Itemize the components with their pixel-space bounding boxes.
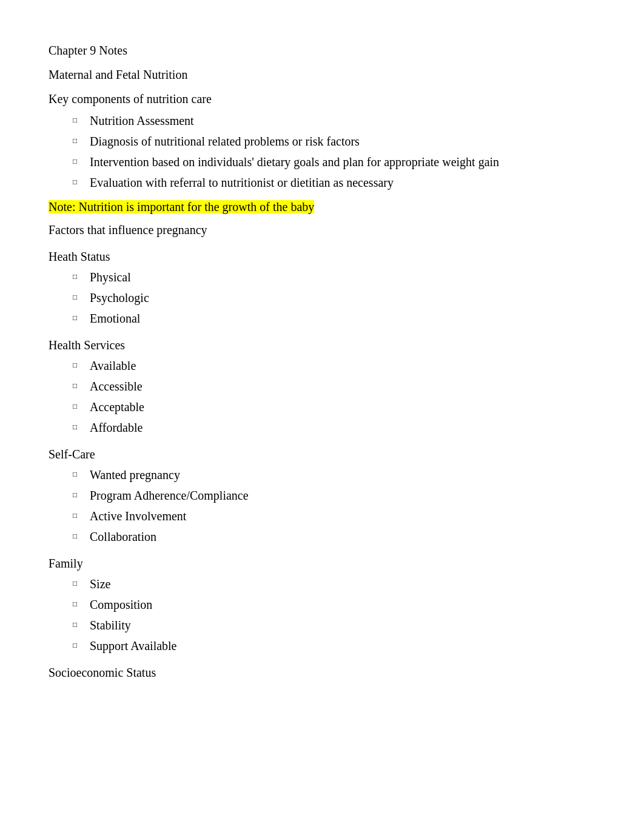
active-involvement-text: Active Involvement <box>90 507 186 525</box>
list-item-text: Available <box>90 357 136 375</box>
list-item: □ Collaboration <box>73 528 595 546</box>
list-item-text: Stability <box>90 616 131 634</box>
list-item: □ Stability <box>73 616 595 634</box>
list-item-text: Composition <box>90 595 152 614</box>
subsection3-heading: Self-Care <box>49 445 595 463</box>
list-item: □ Available <box>73 357 595 375</box>
list-item-text: Evaluation with referral to nutritionist… <box>90 173 394 192</box>
list-item: □ Wanted pregnancy <box>73 466 595 484</box>
list-item-text: Collaboration <box>90 528 156 546</box>
list-item: □ Evaluation with referral to nutritioni… <box>73 173 595 192</box>
list-item: □ Psychologic <box>73 289 595 307</box>
subsection1-list: □ Physical □ Psychologic □ Emotional <box>73 268 595 327</box>
list-item-text: Diagnosis of nutritional related problem… <box>90 132 360 150</box>
bullet-icon: □ <box>73 578 86 589</box>
list-item: □ Intervention based on individuals' die… <box>73 153 595 171</box>
list-item: □ Program Adherence/Compliance <box>73 486 595 505</box>
subsection5-heading: Socioeconomic Status <box>49 663 595 682</box>
list-item: □ Emotional <box>73 309 595 327</box>
list-item: □ Size <box>73 575 595 593</box>
bullet-icon: □ <box>73 510 86 521</box>
list-item: □ Nutrition Assessment <box>73 112 595 130</box>
list-item: □ Support Available <box>73 637 595 655</box>
bullet-icon: □ <box>73 640 86 651</box>
bullet-icon: □ <box>73 156 86 167</box>
list-item-text: Affordable <box>90 418 143 437</box>
bullet-icon: □ <box>73 531 86 542</box>
list-item-text: Physical <box>90 268 131 286</box>
subsection2-list: □ Available □ Accessible □ Acceptable □ … <box>73 357 595 437</box>
bullet-icon: □ <box>73 489 86 500</box>
subsection1-heading: Heath Status <box>49 247 595 266</box>
highlighted-note: Note: Nutrition is important for the gro… <box>49 200 314 213</box>
bullet-icon: □ <box>73 115 86 126</box>
list-item: □ Diagnosis of nutritional related probl… <box>73 132 595 150</box>
list-item: □ Acceptable <box>73 398 595 416</box>
list-item: □ Physical <box>73 268 595 286</box>
bullet-icon: □ <box>73 135 86 146</box>
bullet-icon: □ <box>73 401 86 412</box>
list-item-text: Program Adherence/Compliance <box>90 486 249 505</box>
note-text: Note: Nutrition is important for the gro… <box>49 198 595 216</box>
bullet-icon: □ <box>73 292 86 303</box>
bullet-icon: □ <box>73 360 86 371</box>
list-item: □ Active Involvement <box>73 507 595 525</box>
section1-list: □ Nutrition Assessment □ Diagnosis of nu… <box>73 112 595 192</box>
bullet-icon: □ <box>73 271 86 282</box>
subsection3-list: □ Wanted pregnancy □ Program Adherence/C… <box>73 466 595 546</box>
section1-heading: Key components of nutrition care <box>49 90 595 108</box>
bullet-icon: □ <box>73 619 86 630</box>
list-item-text: Size <box>90 575 110 593</box>
list-item: □ Affordable <box>73 418 595 437</box>
list-item-text: Accessible <box>90 377 143 395</box>
list-item: □ Composition <box>73 595 595 614</box>
bullet-icon: □ <box>73 312 86 323</box>
subsection2-heading: Health Services <box>49 336 595 354</box>
list-item: □ Accessible <box>73 377 595 395</box>
bullet-icon: □ <box>73 380 86 391</box>
list-item-text: Emotional <box>90 309 140 327</box>
bullet-icon: □ <box>73 421 86 432</box>
list-item-text: Psychologic <box>90 289 149 307</box>
page-subtitle: Maternal and Fetal Nutrition <box>49 65 595 84</box>
list-item-text: Acceptable <box>90 398 144 416</box>
subsection4-heading: Family <box>49 554 595 572</box>
bullet-icon: □ <box>73 599 86 609</box>
page-title: Chapter 9 Notes <box>49 41 595 59</box>
list-item-text: Nutrition Assessment <box>90 112 194 130</box>
subsection4-list: □ Size □ Composition □ Stability □ Suppo… <box>73 575 595 655</box>
bullet-icon: □ <box>73 469 86 480</box>
list-item-text: Intervention based on individuals' dieta… <box>90 153 499 171</box>
list-item-text: Support Available <box>90 637 177 655</box>
list-item-text: Wanted pregnancy <box>90 466 180 484</box>
bullet-icon: □ <box>73 176 86 187</box>
page-container: Chapter 9 Notes Maternal and Fetal Nutri… <box>49 41 595 682</box>
section2-heading: Factors that influence pregnancy <box>49 221 595 239</box>
